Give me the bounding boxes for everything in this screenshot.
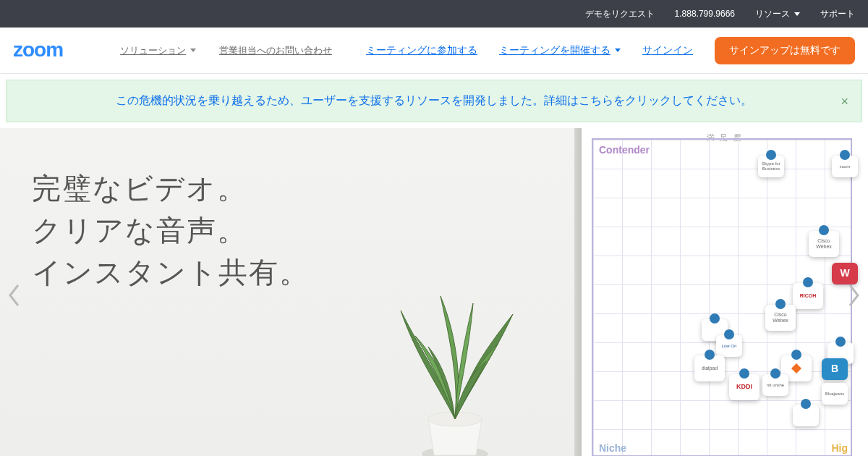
chip-bluejeans: Bluejeans xyxy=(822,383,848,405)
chevron-down-icon xyxy=(794,12,800,16)
hero-section: 完璧なビデオ。 クリアな音声。 インスタント共有。 xyxy=(0,128,868,456)
logo[interactable]: zoom xyxy=(13,41,100,61)
demo-request-link[interactable]: デモをリクエスト xyxy=(585,8,655,20)
chip-ntt: ntt online xyxy=(762,374,788,396)
main-header: zoom ソリューション 営業担当へのお問い合わせ ミーティングに参加する ミー… xyxy=(0,28,868,74)
resources-label: リソース xyxy=(755,8,790,20)
carousel-prev-button[interactable] xyxy=(3,274,25,317)
sign-up-button[interactable]: サインアップは無料です xyxy=(715,37,855,64)
quadrant-label-niche: Niche xyxy=(599,442,626,454)
chip-cisco-1: Cisco Webex xyxy=(809,231,839,257)
chip-kddi: KDDI xyxy=(729,374,760,400)
quadrant-label-contender: Contender xyxy=(599,144,650,156)
plant-image xyxy=(372,274,538,456)
nav-right: ミーティングに参加する ミーティングを開催する サインイン サインアップは無料で… xyxy=(366,37,855,64)
support-link[interactable]: サポート xyxy=(820,8,855,20)
contact-sales-link[interactable]: 営業担当へのお問い合わせ xyxy=(219,44,332,57)
hero-right-panel: 満 足 度 Contender Niche Hig Skype for Busi… xyxy=(582,128,868,456)
chevron-left-icon xyxy=(7,283,20,308)
chip-b: B xyxy=(822,358,848,380)
carousel-next-button[interactable] xyxy=(843,274,865,317)
wall-edge xyxy=(574,128,582,456)
close-icon[interactable]: × xyxy=(841,93,848,109)
solutions-label: ソリューション xyxy=(120,44,186,57)
sign-in-link[interactable]: サインイン xyxy=(642,44,693,57)
chip-cisco-2: Cisco Webex xyxy=(765,305,796,331)
quadrant-grid: Contender Niche Hig Skype for Business z… xyxy=(592,138,852,456)
hero-line-2: クリアな音声。 xyxy=(32,214,247,246)
host-meeting-menu[interactable]: ミーティングを開催する xyxy=(499,44,621,57)
chip-ricoh: RICOH xyxy=(793,283,823,309)
chevron-down-icon xyxy=(190,48,196,52)
svg-text:zoom: zoom xyxy=(13,41,63,61)
phone-link[interactable]: 1.888.799.9666 xyxy=(675,9,735,19)
solutions-menu[interactable]: ソリューション xyxy=(120,44,196,57)
host-meeting-label: ミーティングを開催する xyxy=(499,44,610,57)
svg-marker-3 xyxy=(791,363,801,373)
quadrant-label-high: Hig xyxy=(831,442,848,454)
nav-left: ソリューション 営業担当へのお問い合わせ xyxy=(120,44,332,57)
chip-dialpad: dialpad xyxy=(694,355,725,381)
chevron-right-icon xyxy=(848,283,861,308)
resources-link[interactable]: リソース xyxy=(755,8,800,20)
chip-skype: Skype for Business xyxy=(758,156,784,177)
chip-zoom: zoom xyxy=(832,156,858,177)
chevron-down-icon xyxy=(615,48,621,52)
join-meeting-link[interactable]: ミーティングに参加する xyxy=(366,44,477,57)
hero-left-panel: 完璧なビデオ。 クリアな音声。 インスタント共有。 xyxy=(0,128,582,456)
zoom-logo-icon: zoom xyxy=(13,41,100,61)
info-banner[interactable]: この危機的状況を乗り越えるため、ユーザーを支援するリソースを開発しました。詳細は… xyxy=(6,80,862,122)
utility-bar: デモをリクエスト 1.888.799.9666 リソース サポート xyxy=(0,0,868,28)
hero-line-1: 完璧なビデオ。 xyxy=(32,172,247,204)
hero-line-3: インスタント共有。 xyxy=(32,256,310,288)
info-banner-text: この危機的状況を乗り越えるため、ユーザーを支援するリソースを開発しました。詳細は… xyxy=(116,93,752,109)
chip-liveon: Live On xyxy=(716,335,742,357)
chip-misc xyxy=(793,405,819,426)
